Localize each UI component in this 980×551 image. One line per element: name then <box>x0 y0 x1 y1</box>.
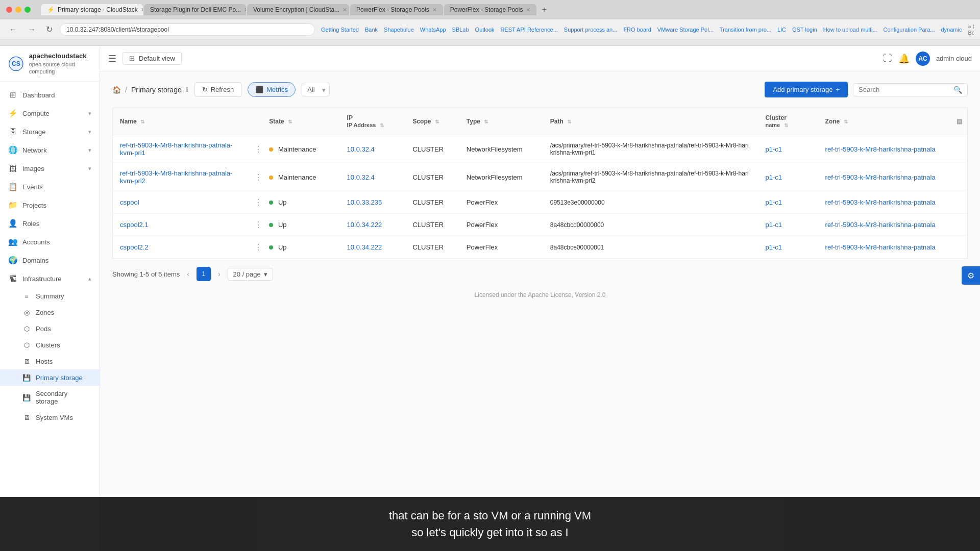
view-selector[interactable]: ⊞ Default view <box>122 52 182 65</box>
notification-icon[interactable]: 🔔 <box>898 53 910 64</box>
tab-close-button[interactable]: ✕ <box>342 7 347 13</box>
ip-address-link[interactable]: 10.0.32.4 <box>347 145 375 153</box>
next-page-button[interactable]: › <box>215 269 224 279</box>
sidebar-item-infrastructure[interactable]: 🏗 Infrastructure ▴ <box>0 269 100 288</box>
bookmark-lic[interactable]: LIC <box>775 22 788 37</box>
sidebar-item-secondary-storage[interactable]: 💾 Secondary storage <box>0 386 100 409</box>
ip-address-link[interactable]: 10.0.33.235 <box>347 198 382 206</box>
sidebar-item-roles[interactable]: 👤 Roles <box>0 214 100 233</box>
home-icon[interactable]: 🏠 <box>112 86 121 94</box>
sidebar-item-compute[interactable]: ⚡ Compute ▾ <box>0 104 100 122</box>
forward-button[interactable]: → <box>24 24 39 35</box>
ip-address-link[interactable]: 10.0.34.222 <box>347 221 382 229</box>
filter-select[interactable]: All <box>302 83 330 96</box>
reload-button[interactable]: ↻ <box>43 23 56 35</box>
sidebar-item-primary-storage[interactable]: 💾 Primary storage <box>0 369 100 386</box>
add-primary-storage-button[interactable]: Add primary storage + <box>765 82 848 97</box>
cluster-name-link[interactable]: p1-c1 <box>765 221 782 229</box>
tab-primary-storage[interactable]: ⚡ Primary storage - CloudStack ✕ <box>41 4 143 15</box>
search-icon[interactable]: 🔍 <box>953 86 962 94</box>
sidebar-item-hosts[interactable]: 🖥 Hosts <box>0 353 100 369</box>
tab-powerflex-2[interactable]: PowerFlex - Storage Pools ✕ <box>444 4 537 15</box>
storage-name-link[interactable]: cspool2.2 <box>120 243 149 251</box>
bookmark-bank[interactable]: Bank <box>363 22 380 37</box>
settings-fab[interactable]: ⚙ <box>962 266 980 285</box>
zone-link[interactable]: ref-trl-5903-k-Mr8-harikrishna-patnala <box>825 243 936 251</box>
ip-address-link[interactable]: 10.0.32.4 <box>347 173 375 181</box>
zone-link[interactable]: ref-trl-5903-k-Mr8-harikrishna-patnala <box>825 221 936 229</box>
bookmark-config[interactable]: Configuration Para... <box>881 22 937 37</box>
storage-name-link[interactable]: ref-trl-5903-k-Mr8-harikrishna-patnala-k… <box>120 169 232 185</box>
info-icon[interactable]: ℹ <box>186 86 188 93</box>
tab-storage-plugin[interactable]: Storage Plugin for Dell EMC Po... ✕ <box>144 4 246 15</box>
more-bookmarks[interactable]: » Other Bookmarks <box>966 22 974 37</box>
row-menu-button[interactable]: ⋮ <box>251 144 265 155</box>
menu-toggle-icon[interactable]: ☰ <box>108 53 116 64</box>
bookmark-outlook[interactable]: Outlook <box>473 22 497 37</box>
bookmark-rest-api[interactable]: REST API Reference... <box>499 22 560 37</box>
row-menu-button[interactable]: ⋮ <box>251 172 265 183</box>
bookmark-gst[interactable]: GST login <box>790 22 819 37</box>
address-bar[interactable]: 10.0.32.247:8080/client/#/storagepool <box>60 23 315 36</box>
sort-icon[interactable]: ⇅ <box>140 119 144 124</box>
page-number-1[interactable]: 1 <box>197 267 211 281</box>
zone-link[interactable]: ref-trl-5903-k-Mr8-harikrishna-patnala <box>825 173 936 181</box>
refresh-button[interactable]: ↻ Refresh <box>194 82 242 97</box>
sort-icon[interactable]: ⇅ <box>784 122 788 128</box>
row-menu-button[interactable]: ⋮ <box>251 219 265 230</box>
cluster-name-link[interactable]: p1-c1 <box>765 243 782 251</box>
zone-link[interactable]: ref-trl-5903-k-Mr8-harikrishna-patnala <box>825 198 936 206</box>
sidebar-item-events[interactable]: 📋 Events <box>0 178 100 196</box>
maximize-button[interactable] <box>24 7 31 13</box>
new-tab-button[interactable]: + <box>537 4 550 15</box>
sidebar-item-storage[interactable]: 🗄 Storage ▾ <box>0 122 100 141</box>
sidebar-item-dashboard[interactable]: ⊞ Dashboard <box>0 86 100 104</box>
expand-icon[interactable]: ⛶ <box>883 53 892 64</box>
sidebar-item-domains[interactable]: 🌍 Domains <box>0 251 100 269</box>
minimize-button[interactable] <box>15 7 21 13</box>
sidebar-item-system-vms[interactable]: 🖥 System VMs <box>0 409 100 425</box>
zone-link[interactable]: ref-trl-5903-k-Mr8-harikrishna-patnala <box>825 145 936 153</box>
close-button[interactable] <box>6 7 12 13</box>
back-button[interactable]: ← <box>6 24 20 35</box>
sort-icon[interactable]: ⇅ <box>288 119 292 124</box>
bookmark-fro[interactable]: FRO board <box>621 22 653 37</box>
bookmark-shapebulue[interactable]: Shapebulue <box>382 22 416 37</box>
sort-icon[interactable]: ⇅ <box>567 119 571 124</box>
sort-icon[interactable]: ⇅ <box>435 119 439 124</box>
tab-close-button[interactable]: ✕ <box>526 7 530 13</box>
sort-icon[interactable]: ⇅ <box>380 122 384 128</box>
search-input[interactable] <box>859 86 950 93</box>
bookmark-getting-started[interactable]: Getting Started <box>319 22 361 37</box>
column-filter-icon[interactable]: ▤ <box>957 118 962 125</box>
tab-close-button[interactable]: ✕ <box>244 7 246 13</box>
sidebar-item-clusters[interactable]: ⬡ Clusters <box>0 337 100 353</box>
tab-volume-encryption[interactable]: Volume Encryption | CloudSta... ✕ <box>247 4 349 15</box>
per-page-selector[interactable]: 20 / page ▾ <box>228 268 273 281</box>
bookmark-sblab[interactable]: SBLab <box>450 22 471 37</box>
storage-name-link[interactable]: cspool2.1 <box>120 221 149 229</box>
bookmark-dynamic[interactable]: dynamic <box>939 22 964 37</box>
bookmark-vmware[interactable]: VMware Storage Pol... <box>655 22 716 37</box>
row-menu-button[interactable]: ⋮ <box>251 242 265 253</box>
sidebar-item-summary[interactable]: ≡ Summary <box>0 288 100 304</box>
row-menu-button[interactable]: ⋮ <box>251 197 265 208</box>
sidebar-item-projects[interactable]: 📁 Projects <box>0 196 100 214</box>
cluster-name-link[interactable]: p1-c1 <box>765 145 782 153</box>
sidebar-item-images[interactable]: 🖼 Images ▾ <box>0 159 100 178</box>
cluster-name-link[interactable]: p1-c1 <box>765 198 782 206</box>
ip-address-link[interactable]: 10.0.34.222 <box>347 243 382 251</box>
sidebar-item-accounts[interactable]: 👥 Accounts <box>0 233 100 251</box>
sidebar-item-zones[interactable]: ◎ Zones <box>0 304 100 320</box>
metrics-button[interactable]: ⬛ Metrics <box>248 82 296 97</box>
sort-icon[interactable]: ⇅ <box>844 119 848 124</box>
storage-name-link[interactable]: cspool <box>120 198 139 206</box>
sidebar-item-pods[interactable]: ⬡ Pods <box>0 320 100 337</box>
sidebar-item-network[interactable]: 🌐 Network ▾ <box>0 141 100 159</box>
bookmark-upload[interactable]: How to upload multi... <box>821 22 879 37</box>
tab-powerflex-1[interactable]: PowerFlex - Storage Pools ✕ <box>350 4 443 15</box>
bookmark-support[interactable]: Support process an... <box>562 22 620 37</box>
sort-icon[interactable]: ⇅ <box>484 119 488 124</box>
prev-page-button[interactable]: ‹ <box>184 269 192 279</box>
cluster-name-link[interactable]: p1-c1 <box>765 173 782 181</box>
